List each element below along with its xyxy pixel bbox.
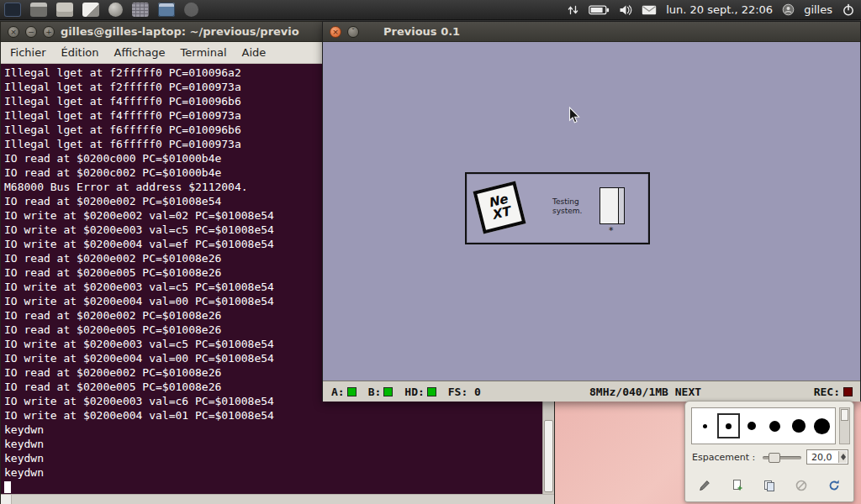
boot-asterisk: * xyxy=(609,225,614,236)
delete-brush-button[interactable] xyxy=(789,474,814,497)
menu-item-terminal[interactable]: Terminal xyxy=(173,42,235,63)
next-cube-logo: Ne XT xyxy=(472,178,527,240)
terminal-output-line: keydwn xyxy=(4,423,542,437)
terminal-output-line: keydwn xyxy=(4,451,542,465)
network-traffic-icon[interactable] xyxy=(567,4,579,16)
brush-item-2[interactable] xyxy=(741,413,763,438)
brush-list[interactable] xyxy=(691,407,836,444)
gear-icon[interactable] xyxy=(184,3,198,17)
active-window-icon[interactable] xyxy=(158,3,175,17)
brush-item-4[interactable] xyxy=(787,413,810,438)
menu-item-edition[interactable]: Édition xyxy=(54,42,107,63)
refresh-brushes-button[interactable] xyxy=(821,474,847,497)
floppy-b-label: B: xyxy=(368,386,382,398)
brush-preview-dot xyxy=(703,424,707,428)
resize-corner xyxy=(1,495,12,504)
next-boot-panel: Ne XT Testing system. * xyxy=(465,172,650,244)
grid-launcher-icon[interactable] xyxy=(132,3,149,17)
menu-item-aide[interactable]: Aide xyxy=(235,42,274,63)
close-button[interactable]: × xyxy=(8,26,19,38)
terminal-window-title: gilles@gilles-laptop: ~/previous/previo xyxy=(61,25,299,38)
duplicate-brush-button[interactable] xyxy=(757,474,782,497)
mail-icon[interactable] xyxy=(642,5,657,15)
scrollbar-thumb[interactable] xyxy=(841,409,848,421)
brushes-dialog: Espacement : 20,0 xyxy=(684,401,854,502)
boot-monitor-icon: * xyxy=(600,187,625,224)
brush-preview-dot xyxy=(747,422,756,430)
refresh-icon xyxy=(827,479,841,492)
terminal-output-line: keydwn xyxy=(4,437,542,451)
minimize-button[interactable]: ˇ xyxy=(347,26,359,38)
rec-label: REC: xyxy=(814,386,840,398)
keyboard-indicator-icon[interactable] xyxy=(4,3,21,17)
maximize-button[interactable]: + xyxy=(43,26,55,38)
emulator-statusbar: A: B: HD: FS: 0 8MHz/040/1MB NEXT REC: xyxy=(323,381,860,402)
new-document-icon xyxy=(731,479,744,492)
window-launcher-icon[interactable] xyxy=(30,3,47,17)
terminal-output-line: keydwn xyxy=(4,465,542,480)
brush-preview-dot xyxy=(726,423,732,429)
machine-config-label: 8MHz/040/1MB NEXT xyxy=(589,386,701,398)
edit-brush-button[interactable] xyxy=(692,474,717,497)
top-panel: lun. 20 sept., 22:06 gilles xyxy=(0,0,861,20)
brush-preview-dot xyxy=(792,419,806,433)
floppy-a-led xyxy=(347,387,357,396)
delete-icon xyxy=(795,479,808,492)
duplicate-icon xyxy=(763,479,776,492)
previous-window-title: Previous 0.1 xyxy=(383,25,460,38)
avatar-launcher-icon[interactable] xyxy=(108,3,123,17)
desktop: × − + gilles@gilles-laptop: ~/previous/p… xyxy=(0,0,861,504)
terminal-output-line: IO write at $0200e004 val=01 PC=$01008e5… xyxy=(4,408,542,423)
brush-item-1[interactable] xyxy=(717,413,740,438)
spacing-label: Espacement : xyxy=(692,452,755,463)
slider-handle[interactable] xyxy=(769,453,780,463)
editor-launcher-icon[interactable] xyxy=(82,3,99,17)
volume-icon[interactable] xyxy=(619,4,632,16)
document-launcher-icon[interactable] xyxy=(56,3,73,17)
previous-titlebar[interactable]: × ˇ Previous 0.1 xyxy=(323,22,860,42)
brush-preview-dot xyxy=(769,421,780,432)
menu-item-fichier[interactable]: Fichier xyxy=(3,42,54,63)
terminal-cursor xyxy=(4,481,11,493)
previous-emulator-window: × ˇ Previous 0.1 Ne XT Testing system. xyxy=(322,21,861,402)
new-brush-button[interactable] xyxy=(725,474,750,497)
rec-led xyxy=(843,387,853,396)
spacing-slider[interactable] xyxy=(763,452,801,464)
floppy-b-led xyxy=(383,387,393,396)
mouse-cursor xyxy=(568,107,581,124)
battery-icon[interactable] xyxy=(589,5,610,15)
brush-list-scrollbar[interactable] xyxy=(839,407,850,444)
emulator-screen[interactable]: Ne XT Testing system. * xyxy=(323,42,860,381)
floppy-a-label: A: xyxy=(331,386,345,398)
spin-buttons[interactable] xyxy=(838,451,847,463)
spacing-spinbox[interactable]: 20,0 xyxy=(806,449,848,465)
hd-led xyxy=(427,387,436,396)
scrollbar-thumb[interactable] xyxy=(544,420,553,492)
boot-status-text: Testing system. xyxy=(552,197,582,216)
minimize-button[interactable]: − xyxy=(25,26,37,38)
close-button[interactable]: × xyxy=(330,26,341,38)
logo-text-bottom: XT xyxy=(490,205,511,222)
brush-actions-toolbar xyxy=(689,472,850,499)
clock[interactable]: lun. 20 sept., 22:06 xyxy=(666,3,773,16)
power-icon[interactable] xyxy=(842,3,855,17)
brush-item-3[interactable] xyxy=(763,413,786,438)
user-menu-label[interactable]: gilles xyxy=(804,3,832,16)
menu-item-affichage[interactable]: Affichage xyxy=(106,42,172,63)
hd-label: HD: xyxy=(404,386,424,398)
brush-item-5[interactable] xyxy=(811,413,833,438)
terminal-bottom-frame xyxy=(1,494,554,504)
brush-preview-dot xyxy=(814,418,830,434)
user-menu-icon[interactable] xyxy=(782,3,795,16)
brush-item-0[interactable] xyxy=(694,413,716,438)
pencil-icon xyxy=(698,479,711,492)
fs-label: FS: 0 xyxy=(448,386,481,398)
